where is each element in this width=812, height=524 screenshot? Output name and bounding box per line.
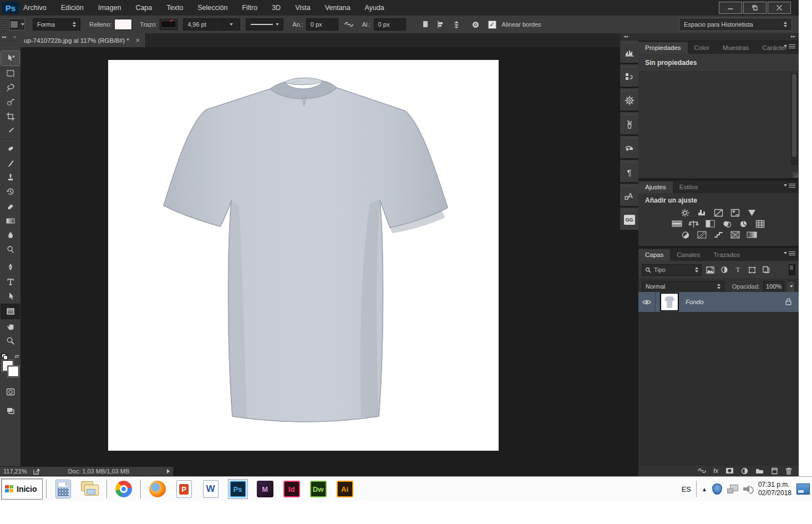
- document-canvas[interactable]: [108, 60, 499, 451]
- taskbar-word[interactable]: W: [201, 480, 220, 498]
- new-adjustment-button[interactable]: [741, 467, 748, 475]
- layer-row-fondo[interactable]: Fondo: [638, 292, 799, 313]
- gradient-map-icon[interactable]: [730, 231, 740, 239]
- generator-panel-button[interactable]: GG: [620, 208, 638, 230]
- clone-source-panel-button[interactable]: [620, 136, 638, 158]
- selective-color-icon[interactable]: [747, 231, 757, 239]
- quick-mask-button[interactable]: [1, 385, 19, 399]
- brush-tool[interactable]: [1, 156, 19, 170]
- new-group-button[interactable]: [755, 468, 764, 474]
- taskbar-illustrator[interactable]: Ai: [336, 480, 354, 498]
- lasso-tool[interactable]: [1, 80, 19, 95]
- link-layers-button[interactable]: [698, 468, 706, 473]
- paragraph-panel-button[interactable]: ¶: [620, 160, 638, 182]
- workspace-selector[interactable]: Espacio para Historietista: [679, 18, 792, 31]
- brightness-contrast-icon[interactable]: [680, 209, 691, 216]
- menu-seleccion[interactable]: Selección: [197, 4, 227, 12]
- photo-filter-icon[interactable]: [722, 220, 732, 228]
- tray-expand-chevron[interactable]: ▲: [702, 486, 707, 492]
- eraser-tool[interactable]: [1, 199, 19, 214]
- delete-layer-button[interactable]: [785, 467, 792, 475]
- taskbar-muse[interactable]: M: [256, 480, 275, 498]
- volume-icon[interactable]: [743, 485, 753, 493]
- exposure-icon[interactable]: [730, 209, 740, 216]
- taskbar-dreamweaver[interactable]: Dw: [309, 480, 328, 498]
- menu-filtro[interactable]: Filtro: [242, 4, 257, 12]
- start-button[interactable]: Inicio: [1, 478, 43, 500]
- gradient-tool[interactable]: [1, 214, 19, 228]
- rectangle-tool[interactable]: [1, 304, 20, 319]
- close-icon[interactable]: ×: [13, 34, 16, 39]
- hand-tool[interactable]: [1, 319, 19, 334]
- type-tool[interactable]: [1, 275, 19, 289]
- fill-color-swatch[interactable]: [114, 19, 132, 30]
- filter-adjustment-icon[interactable]: [719, 265, 729, 275]
- taskbar-powerpoint[interactable]: P: [175, 480, 194, 498]
- tab-canales[interactable]: Canales: [670, 249, 707, 261]
- filter-smart-object-icon[interactable]: [760, 265, 771, 275]
- close-button[interactable]: [768, 2, 791, 14]
- share-icon[interactable]: [33, 468, 40, 475]
- link-dimensions-button[interactable]: [343, 19, 355, 30]
- properties-scrollbar[interactable]: [791, 73, 798, 165]
- brush-presets-panel-button[interactable]: [620, 112, 638, 134]
- menu-ayuda[interactable]: Ayuda: [365, 4, 384, 12]
- threshold-icon[interactable]: [713, 231, 724, 239]
- zoom-level-field[interactable]: 117,21%: [3, 468, 27, 475]
- taskbar-chrome[interactable]: [114, 480, 133, 498]
- levels-icon[interactable]: [697, 209, 707, 216]
- menu-imagen[interactable]: Imagen: [98, 4, 121, 12]
- menu-edicion[interactable]: Edición: [61, 4, 84, 12]
- curves-icon[interactable]: [713, 209, 724, 216]
- document-close-icon[interactable]: ×: [136, 37, 140, 44]
- stroke-color-swatch[interactable]: [160, 19, 177, 30]
- opacity-field[interactable]: 100%: [763, 281, 784, 293]
- taskbar-file-manager[interactable]: [80, 480, 99, 498]
- opacity-dropdown[interactable]: [788, 281, 795, 293]
- panel-resize-grip[interactable]: [793, 172, 798, 178]
- hue-saturation-icon[interactable]: [672, 220, 682, 228]
- tab-capas[interactable]: Capas: [638, 249, 670, 261]
- history-brush-tool[interactable]: [1, 185, 19, 199]
- taskbar-indesign[interactable]: Id: [282, 480, 301, 498]
- black-white-icon[interactable]: [705, 220, 715, 228]
- history-panel-button[interactable]: [620, 64, 638, 87]
- stroke-width-field[interactable]: 4,96 pt: [183, 18, 223, 31]
- clone-stamp-tool[interactable]: [1, 170, 19, 185]
- tool-mode-select[interactable]: Forma: [33, 18, 80, 31]
- width-field[interactable]: 0 px: [306, 18, 338, 31]
- tab-ajustes[interactable]: Ajustes: [638, 182, 673, 193]
- collapse-left-icon[interactable]: ◂◂: [623, 34, 628, 40]
- document-tab[interactable]: up-7410722b.jpg al 117% (RGB/8#) * ×: [18, 33, 146, 47]
- panel-menu-button[interactable]: [784, 183, 795, 188]
- crop-tool[interactable]: [1, 109, 19, 124]
- path-alignment-button[interactable]: [435, 19, 447, 30]
- tab-color[interactable]: Color: [688, 42, 716, 54]
- tab-propiedades[interactable]: Propiedades: [638, 42, 688, 54]
- path-selection-tool[interactable]: [1, 289, 19, 304]
- stroke-style-select[interactable]: [246, 18, 283, 31]
- geometry-options-gear-button[interactable]: [470, 19, 482, 30]
- panel-menu-button[interactable]: [784, 251, 795, 255]
- filter-toggle-switch[interactable]: [789, 264, 795, 275]
- blend-mode-select[interactable]: Normal: [642, 281, 724, 293]
- filter-type-icon[interactable]: T: [733, 265, 743, 275]
- show-desktop-button[interactable]: [796, 483, 810, 495]
- taskbar-calculator[interactable]: 0: [54, 480, 73, 498]
- default-colors-icon[interactable]: [2, 354, 7, 359]
- layer-style-button[interactable]: fx: [713, 468, 718, 474]
- menu-capa[interactable]: Capa: [135, 4, 152, 12]
- menu-ventana[interactable]: Ventana: [325, 4, 351, 12]
- path-operations-button[interactable]: [419, 19, 432, 30]
- layer-visibility-toggle[interactable]: [638, 292, 656, 312]
- status-options-arrow-icon[interactable]: [167, 469, 170, 473]
- add-mask-button[interactable]: [725, 467, 734, 474]
- invert-icon[interactable]: [680, 231, 691, 239]
- color-lookup-icon[interactable]: [755, 220, 765, 228]
- eyedropper-tool[interactable]: [1, 124, 19, 138]
- align-edges-checkbox[interactable]: ✓: [488, 21, 496, 29]
- background-color-swatch[interactable]: [8, 366, 19, 377]
- menu-vista[interactable]: Vista: [295, 4, 311, 12]
- channel-mixer-icon[interactable]: [738, 220, 749, 228]
- pen-tool[interactable]: [1, 260, 19, 275]
